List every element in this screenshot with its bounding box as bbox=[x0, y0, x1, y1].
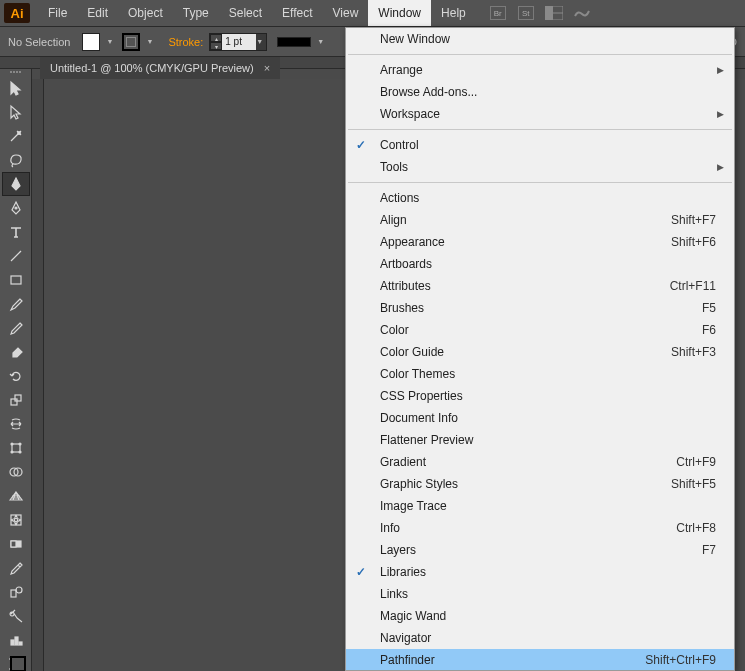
menu-item-align[interactable]: AlignShift+F7 bbox=[346, 209, 734, 231]
menu-item-pathfinder[interactable]: PathfinderShift+Ctrl+F9 bbox=[346, 649, 734, 671]
menu-item-new-window[interactable]: New Window bbox=[346, 28, 734, 50]
menu-item-links[interactable]: Links bbox=[346, 583, 734, 605]
document-tab[interactable]: Untitled-1 @ 100% (CMYK/GPU Preview) × bbox=[40, 57, 280, 79]
menu-separator bbox=[348, 182, 732, 183]
menu-item-label: Pathfinder bbox=[380, 653, 435, 667]
submenu-arrow-icon: ▶ bbox=[717, 162, 724, 172]
gpu-icon[interactable] bbox=[572, 5, 592, 21]
menu-item-shortcut: F5 bbox=[702, 301, 716, 315]
column-graph-tool[interactable] bbox=[2, 628, 30, 652]
menu-item-libraries[interactable]: ✓Libraries bbox=[346, 561, 734, 583]
menu-item-label: Browse Add-ons... bbox=[380, 85, 477, 99]
stock-icon[interactable]: St bbox=[516, 5, 536, 21]
bridge-icon[interactable]: Br bbox=[488, 5, 508, 21]
menu-item-label: Navigator bbox=[380, 631, 431, 645]
mesh-tool[interactable] bbox=[2, 508, 30, 532]
default-stroke-swatch[interactable] bbox=[10, 656, 26, 671]
menu-item-label: Artboards bbox=[380, 257, 432, 271]
eraser-tool[interactable] bbox=[2, 340, 30, 364]
menu-item-shortcut: Shift+Ctrl+F9 bbox=[645, 653, 716, 667]
direct-selection-tool[interactable] bbox=[2, 100, 30, 124]
arrange-documents-icon[interactable] bbox=[544, 5, 564, 21]
menu-window[interactable]: Window bbox=[368, 0, 431, 26]
menu-item-attributes[interactable]: AttributesCtrl+F11 bbox=[346, 275, 734, 297]
close-tab-icon[interactable]: × bbox=[264, 62, 270, 74]
menu-item-color-guide[interactable]: Color GuideShift+F3 bbox=[346, 341, 734, 363]
menu-item-control[interactable]: ✓Control bbox=[346, 134, 734, 156]
line-segment-tool[interactable] bbox=[2, 244, 30, 268]
curvature-tool[interactable] bbox=[2, 196, 30, 220]
menu-item-label: Color bbox=[380, 323, 409, 337]
type-tool[interactable] bbox=[2, 220, 30, 244]
toolbox-grip[interactable] bbox=[2, 71, 30, 73]
symbol-sprayer-tool[interactable] bbox=[2, 604, 30, 628]
lasso-tool[interactable] bbox=[2, 148, 30, 172]
menu-item-color-themes[interactable]: Color Themes bbox=[346, 363, 734, 385]
menu-help[interactable]: Help bbox=[431, 0, 476, 26]
menu-item-layers[interactable]: LayersF7 bbox=[346, 539, 734, 561]
menu-edit[interactable]: Edit bbox=[77, 0, 118, 26]
pen-tool[interactable] bbox=[2, 172, 30, 196]
menu-item-gradient[interactable]: GradientCtrl+F9 bbox=[346, 451, 734, 473]
svg-rect-1 bbox=[545, 6, 553, 20]
fill-swatch[interactable] bbox=[82, 33, 100, 51]
menu-item-arrange[interactable]: Arrange▶ bbox=[346, 59, 734, 81]
menu-item-tools[interactable]: Tools▶ bbox=[346, 156, 734, 178]
menu-item-image-trace[interactable]: Image Trace bbox=[346, 495, 734, 517]
menu-item-appearance[interactable]: AppearanceShift+F6 bbox=[346, 231, 734, 253]
rectangle-tool[interactable] bbox=[2, 268, 30, 292]
menu-item-color[interactable]: ColorF6 bbox=[346, 319, 734, 341]
blend-tool[interactable] bbox=[2, 580, 30, 604]
svg-rect-6 bbox=[11, 399, 17, 405]
menu-effect[interactable]: Effect bbox=[272, 0, 322, 26]
fill-dropdown-icon[interactable]: ▼ bbox=[106, 38, 116, 45]
menu-item-brushes[interactable]: BrushesF5 bbox=[346, 297, 734, 319]
gradient-tool[interactable] bbox=[2, 532, 30, 556]
selection-tool[interactable] bbox=[2, 76, 30, 100]
menu-item-actions[interactable]: Actions bbox=[346, 187, 734, 209]
free-transform-tool[interactable] bbox=[2, 436, 30, 460]
width-tool[interactable] bbox=[2, 412, 30, 436]
stroke-dropdown-icon[interactable]: ▼ bbox=[146, 38, 156, 45]
menu-item-browse-add-ons[interactable]: Browse Add-ons... bbox=[346, 81, 734, 103]
svg-rect-15 bbox=[11, 515, 21, 525]
menu-view[interactable]: View bbox=[323, 0, 369, 26]
stroke-weight-field[interactable]: ▴▾ ▼ bbox=[209, 33, 267, 51]
menu-item-label: Flattener Preview bbox=[380, 433, 473, 447]
menu-item-label: Color Guide bbox=[380, 345, 444, 359]
menu-object[interactable]: Object bbox=[118, 0, 173, 26]
menu-item-graphic-styles[interactable]: Graphic StylesShift+F5 bbox=[346, 473, 734, 495]
menu-item-workspace[interactable]: Workspace▶ bbox=[346, 103, 734, 125]
paintbrush-tool[interactable] bbox=[2, 292, 30, 316]
menu-item-navigator[interactable]: Navigator bbox=[346, 627, 734, 649]
magic-wand-tool[interactable] bbox=[2, 124, 30, 148]
menu-item-artboards[interactable]: Artboards bbox=[346, 253, 734, 275]
eyedropper-tool[interactable] bbox=[2, 556, 30, 580]
stroke-profile[interactable] bbox=[277, 37, 311, 47]
svg-point-9 bbox=[11, 443, 13, 445]
menu-select[interactable]: Select bbox=[219, 0, 272, 26]
menu-item-magic-wand[interactable]: Magic Wand bbox=[346, 605, 734, 627]
rotate-tool[interactable] bbox=[2, 364, 30, 388]
svg-rect-20 bbox=[11, 640, 14, 645]
pencil-tool[interactable] bbox=[2, 316, 30, 340]
stroke-weight-input[interactable] bbox=[222, 34, 256, 50]
svg-rect-8 bbox=[12, 444, 20, 452]
check-icon: ✓ bbox=[356, 138, 366, 152]
shape-builder-tool[interactable] bbox=[2, 460, 30, 484]
menu-item-shortcut: Shift+F3 bbox=[671, 345, 716, 359]
scale-tool[interactable] bbox=[2, 388, 30, 412]
menu-type[interactable]: Type bbox=[173, 0, 219, 26]
menu-item-flattener-preview[interactable]: Flattener Preview bbox=[346, 429, 734, 451]
perspective-grid-tool[interactable] bbox=[2, 484, 30, 508]
menu-file[interactable]: File bbox=[38, 0, 77, 26]
selection-status: No Selection bbox=[8, 36, 70, 48]
submenu-arrow-icon: ▶ bbox=[717, 109, 724, 119]
stroke-swatch[interactable] bbox=[122, 33, 140, 51]
menu-item-document-info[interactable]: Document Info bbox=[346, 407, 734, 429]
stroke-profile-dropdown-icon[interactable]: ▼ bbox=[317, 38, 327, 45]
menu-item-info[interactable]: InfoCtrl+F8 bbox=[346, 517, 734, 539]
toolbox bbox=[0, 69, 32, 671]
menu-item-css-properties[interactable]: CSS Properties bbox=[346, 385, 734, 407]
menu-separator bbox=[348, 129, 732, 130]
